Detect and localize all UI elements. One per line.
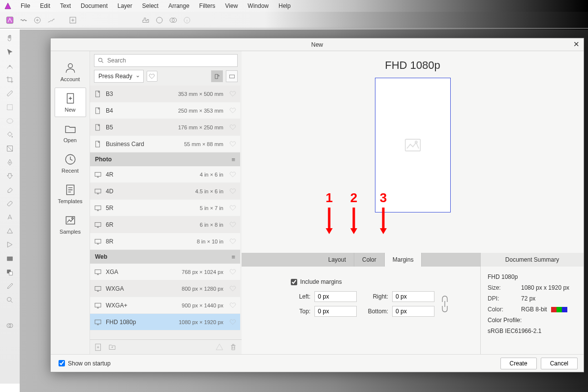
color-tool-icon[interactable] xyxy=(5,268,15,277)
preset-item[interactable]: 4R4 in × 6 in xyxy=(90,166,240,183)
cancel-button[interactable]: Cancel xyxy=(541,358,578,369)
toolbar-export-icon[interactable] xyxy=(67,14,79,26)
quickmask-icon[interactable] xyxy=(5,321,15,331)
favorite-filter-button[interactable] xyxy=(147,71,157,82)
menu-arrange[interactable]: Arrange xyxy=(163,1,194,11)
svg-rect-13 xyxy=(7,201,12,206)
menu-file[interactable]: File xyxy=(16,1,35,11)
category-select[interactable]: Press Ready xyxy=(94,70,144,83)
preset-item[interactable]: 8R8 in × 10 in xyxy=(90,233,240,250)
menu-view[interactable]: View xyxy=(220,1,243,11)
zoom-tool-icon[interactable] xyxy=(5,295,15,305)
svg-rect-33 xyxy=(95,189,101,193)
show-on-startup-checkbox[interactable] xyxy=(59,360,65,366)
summary-color: RGB 8-bit xyxy=(521,306,577,313)
menu-window[interactable]: Window xyxy=(243,1,274,11)
preset-list[interactable]: B3353 mm × 500 mmB4250 mm × 353 mmB5176 … xyxy=(90,86,242,339)
nav-recent[interactable]: Recent xyxy=(55,149,86,178)
preset-item[interactable]: 6R6 in × 8 in xyxy=(90,216,240,233)
toolbar-histogram-icon[interactable] xyxy=(140,14,152,26)
toolbar-develop-icon[interactable] xyxy=(31,14,43,26)
crop-tool-icon[interactable] xyxy=(5,75,15,85)
section-header-web[interactable]: Web≡ xyxy=(90,250,240,264)
preset-item[interactable]: 5R5 in × 7 in xyxy=(90,200,240,216)
margin-right-input[interactable] xyxy=(392,291,434,302)
link-margins-icon[interactable] xyxy=(438,291,451,317)
eraser-tool-icon[interactable] xyxy=(5,185,15,195)
menu-select[interactable]: Select xyxy=(137,1,163,11)
node-tool-icon[interactable] xyxy=(5,61,15,71)
toolbar-channels-icon[interactable] xyxy=(167,14,179,26)
toolbar-tone-icon[interactable] xyxy=(45,14,57,26)
show-on-startup-label: Show on startup xyxy=(68,360,111,367)
section-menu-icon[interactable]: ≡ xyxy=(231,253,235,261)
right-pane: FHD 1080p 123 Layout Color Margins Docum… xyxy=(242,51,584,354)
healing-tool-icon[interactable] xyxy=(5,199,15,209)
section-header-photo[interactable]: Photo≡ xyxy=(90,152,240,166)
svg-rect-9 xyxy=(7,105,13,110)
margin-top-input[interactable] xyxy=(314,306,357,317)
menu-layer[interactable]: Layer xyxy=(113,1,137,11)
menu-document[interactable]: Document xyxy=(76,1,113,11)
nav-account[interactable]: Account xyxy=(55,57,86,87)
nav-samples[interactable]: Samples xyxy=(55,210,86,239)
margin-bottom-input[interactable] xyxy=(392,306,434,317)
toolbar-liquify-icon[interactable] xyxy=(18,14,30,26)
summary-size: 1080 px x 1920 px xyxy=(521,284,577,291)
menu-text[interactable]: Text xyxy=(55,1,76,11)
preset-item[interactable]: B3353 mm × 500 mm xyxy=(90,86,240,102)
rect-tool-icon[interactable] xyxy=(5,254,15,264)
preset-item[interactable]: WXGA+900 px × 1440 px xyxy=(90,297,240,314)
preset-item[interactable]: XGA768 px × 1024 px xyxy=(90,264,240,280)
menu-filters[interactable]: Filters xyxy=(194,1,220,11)
tab-margins[interactable]: Margins xyxy=(385,253,422,267)
menu-edit[interactable]: Edit xyxy=(35,1,55,11)
text-tool-icon[interactable] xyxy=(5,212,15,222)
toolbar-scope-icon[interactable] xyxy=(154,14,165,26)
picker-tool-icon[interactable] xyxy=(5,281,15,291)
tab-layout[interactable]: Layout xyxy=(320,253,354,267)
preset-item[interactable]: Business Card55 mm × 88 mm xyxy=(90,136,240,152)
margin-top-label: Top: xyxy=(291,308,310,315)
svg-rect-32 xyxy=(95,172,101,176)
preset-item[interactable]: WXGA800 px × 1280 px xyxy=(90,280,240,297)
preset-item[interactable]: FHD 1080p1080 px × 1920 px xyxy=(90,314,240,331)
flood-tool-icon[interactable] xyxy=(5,130,15,140)
gradient-tool-icon[interactable] xyxy=(5,144,15,153)
list-view-button[interactable] xyxy=(211,70,223,82)
move-tool-icon[interactable] xyxy=(5,47,15,57)
menu-help[interactable]: Help xyxy=(274,1,296,11)
screen-icon xyxy=(94,221,102,229)
preset-item[interactable]: B5176 mm × 250 mm xyxy=(90,119,240,136)
toolbar-persona-icon[interactable] xyxy=(4,14,16,26)
section-menu-icon[interactable]: ≡ xyxy=(231,156,235,163)
nav-new[interactable]: New xyxy=(55,88,86,117)
new-document-dialog: New ✕ AccountNewOpenRecentTemplatesSampl… xyxy=(50,38,584,372)
ellipse-select-icon[interactable] xyxy=(5,116,15,126)
vector-tool-icon[interactable] xyxy=(5,240,15,250)
trash-icon[interactable] xyxy=(229,343,238,352)
create-button[interactable]: Create xyxy=(500,358,537,369)
nav-templates[interactable]: Templates xyxy=(55,179,86,209)
add-category-icon[interactable] xyxy=(108,343,117,352)
summary-panel: FHD 1080p Size:1080 px x 1920 px DPI:72 … xyxy=(480,267,584,354)
search-field[interactable] xyxy=(107,57,234,64)
preset-item[interactable]: 4D4.5 in × 6 in xyxy=(90,183,240,200)
close-button[interactable]: ✕ xyxy=(572,40,581,49)
tab-color[interactable]: Color xyxy=(354,253,385,267)
toolbar-info-icon[interactable] xyxy=(181,14,193,26)
hand-tool-icon[interactable] xyxy=(5,33,15,43)
grid-view-button[interactable] xyxy=(226,70,238,82)
preset-column: Press Ready B3353 mm × 500 mmB4250 mm × … xyxy=(90,51,242,354)
preset-item[interactable]: B4250 mm × 353 mm xyxy=(90,102,240,119)
shape-tool-icon[interactable] xyxy=(5,226,15,236)
clone-tool-icon[interactable] xyxy=(5,171,15,181)
include-margins-checkbox[interactable] xyxy=(291,279,297,285)
add-preset-icon[interactable] xyxy=(94,343,103,352)
brush-tool-icon[interactable] xyxy=(5,89,15,98)
search-input[interactable] xyxy=(94,54,238,67)
nav-open[interactable]: Open xyxy=(55,118,86,148)
margin-left-input[interactable] xyxy=(314,291,357,302)
selection-tool-icon[interactable] xyxy=(5,102,15,112)
pen-tool-icon[interactable] xyxy=(5,157,15,167)
